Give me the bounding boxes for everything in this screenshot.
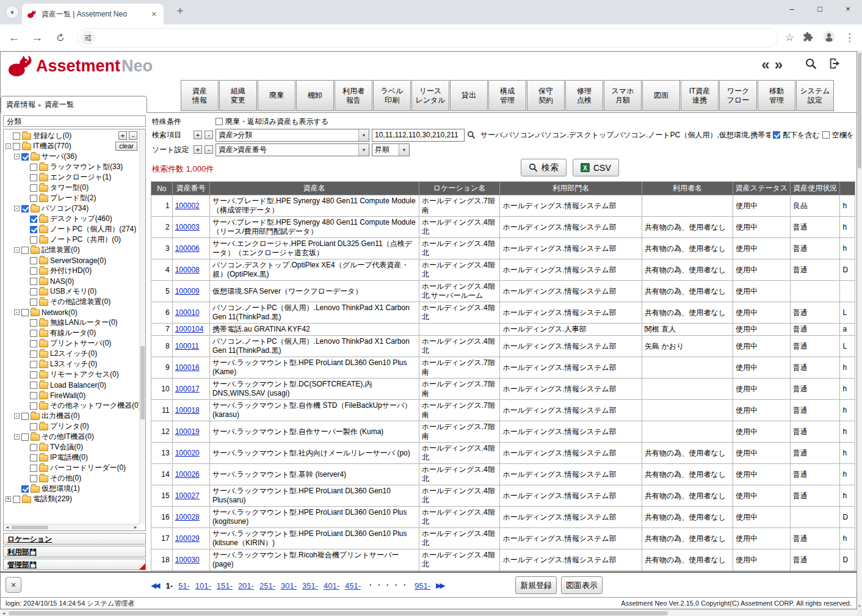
tree-item-label[interactable]: TV会議(0): [50, 442, 83, 452]
tree-horizontal-scrollbar[interactable]: ◄ ►: [4, 524, 139, 531]
nav-button[interactable]: 移動管理: [758, 80, 795, 111]
page-link[interactable]: 201-: [238, 581, 254, 590]
add-sort-condition-button[interactable]: +: [194, 145, 202, 154]
tree-item-label[interactable]: ノートPC（個人用）(274): [50, 224, 136, 234]
logout-icon[interactable]: [828, 57, 842, 73]
page-link[interactable]: 151-: [217, 581, 233, 590]
tree-checkbox[interactable]: [30, 174, 37, 181]
add-search-condition-button[interactable]: +: [194, 131, 202, 139]
tree-item-label[interactable]: L2スイッチ(0): [50, 349, 97, 359]
asset-number-link[interactable]: 100016: [175, 363, 200, 372]
tree-checkbox[interactable]: [30, 392, 37, 399]
tree-item[interactable]: 有線ルータ(0): [4, 328, 145, 338]
tree-item[interactable]: USBメモリ(0): [4, 286, 145, 297]
extensions-icon[interactable]: [803, 31, 814, 45]
csv-export-button[interactable]: X CSV: [573, 159, 619, 176]
include-blank-checkbox[interactable]: [822, 131, 830, 139]
nav-button[interactable]: 組織変更: [219, 80, 257, 111]
tree-item-label[interactable]: その他ネットワーク機器(0): [50, 400, 141, 411]
tree-item[interactable]: 外付けHD(0): [4, 266, 145, 276]
scrollbar-thumb[interactable]: [12, 526, 48, 529]
tree-item[interactable]: その他(0): [4, 473, 145, 484]
collapse-icon[interactable]: -: [14, 413, 20, 419]
expand-icon[interactable]: +: [5, 496, 11, 502]
asset-number-link[interactable]: 100019: [175, 427, 200, 436]
nav-button[interactable]: IT資産連携: [681, 80, 719, 111]
asset-number-link[interactable]: 1000104: [175, 325, 204, 333]
tree-checkbox[interactable]: [30, 319, 37, 327]
nav-button[interactable]: ワークフロー: [719, 80, 757, 111]
page-link[interactable]: 951-: [415, 581, 430, 590]
nav-button[interactable]: 図面: [642, 80, 680, 111]
tree-item-label[interactable]: FireWall(0): [50, 391, 85, 400]
tree-item[interactable]: -Network(0): [4, 307, 145, 317]
tree-item-label[interactable]: その他(0): [50, 473, 81, 484]
tree-item[interactable]: その他記憶装置(0): [4, 297, 145, 307]
include-children-checkbox[interactable]: [773, 131, 780, 139]
asset-number-link[interactable]: 100028: [175, 513, 200, 521]
window-close-button[interactable]: ×: [834, 0, 862, 20]
sidebar-accordion[interactable]: 管理部門: [3, 559, 146, 570]
scrollbar-thumb[interactable]: [140, 346, 145, 419]
page-link[interactable]: 51-: [178, 581, 190, 590]
tree-checkbox[interactable]: [30, 216, 37, 223]
tree-checkbox[interactable]: [30, 288, 37, 295]
asset-number-link[interactable]: 100008: [175, 266, 200, 274]
page-link[interactable]: 401-: [324, 581, 339, 590]
asset-number-link[interactable]: 100011: [175, 342, 199, 350]
tree-item[interactable]: 無線LANルーター(0): [4, 317, 145, 328]
nav-button[interactable]: 利用者報告: [335, 80, 372, 111]
scrollbar-thumb[interactable]: [858, 53, 861, 168]
nav-button[interactable]: 資産情報: [181, 80, 219, 111]
tree-collapse-all-button[interactable]: -: [129, 131, 137, 140]
tree-item[interactable]: ノートPC（個人用）(274): [4, 224, 145, 234]
tab-search-icon[interactable]: ▾: [5, 5, 19, 19]
tree-checkbox[interactable]: [30, 361, 37, 368]
tree-item[interactable]: ラックマウント型(33): [4, 162, 145, 172]
nav-button[interactable]: 保守契約: [527, 80, 565, 111]
sidebar-accordion[interactable]: 利用部門: [3, 546, 146, 557]
tree-item-label[interactable]: 無線LANルーター(0): [50, 317, 118, 328]
tree-item-label[interactable]: NAS(0): [50, 277, 74, 286]
lookup-search-icon[interactable]: [467, 131, 476, 139]
tree-checkbox[interactable]: [30, 195, 37, 202]
collapse-left-icon[interactable]: «: [761, 57, 769, 72]
app-logo[interactable]: AssetmentNeo: [7, 54, 153, 78]
tree-item-label[interactable]: プリントサーバ(0): [50, 338, 111, 349]
tree-item[interactable]: FireWall(0): [4, 390, 145, 400]
tree-clear-button[interactable]: clear: [115, 142, 137, 151]
scroll-left-icon[interactable]: ◄: [0, 610, 7, 616]
collapse-icon[interactable]: -: [14, 206, 20, 211]
asset-number-link[interactable]: 100018: [175, 406, 200, 415]
nav-button[interactable]: リースレンタル: [411, 80, 449, 111]
tree-item-label[interactable]: 登録なし(0): [33, 131, 71, 141]
tree-item-label[interactable]: サーバ(36): [42, 151, 77, 162]
vertical-scrollbar[interactable]: ▼: [857, 51, 862, 609]
tree-item[interactable]: TV会議(0): [4, 442, 145, 452]
tree-checkbox[interactable]: [21, 309, 29, 316]
new-tab-button[interactable]: +: [172, 4, 188, 20]
asset-number-link[interactable]: 100006: [175, 244, 200, 253]
sidebar-accordion[interactable]: ロケーション: [3, 533, 146, 545]
tree-checkbox[interactable]: [30, 236, 37, 244]
tree-checkbox[interactable]: [30, 184, 37, 192]
asset-number-link[interactable]: 100017: [175, 385, 200, 393]
tree-item-label[interactable]: 有線ルータ(0): [50, 328, 96, 338]
tree-item-label[interactable]: 記憶装置(0): [42, 245, 80, 255]
collapse-right-icon[interactable]: »: [775, 57, 783, 72]
tree-item-label[interactable]: タワー型(0): [50, 183, 89, 193]
tree-checkbox[interactable]: [21, 205, 29, 212]
forward-icon[interactable]: →: [28, 29, 46, 47]
sort-field-select[interactable]: 資産>資産番号 ▼: [215, 143, 369, 156]
tree-item-label[interactable]: USBメモリ(0): [50, 286, 96, 297]
tree-item-label[interactable]: IP電話機(0): [50, 452, 88, 463]
tree-item[interactable]: IP電話機(0): [4, 452, 145, 463]
bookmark-star-icon[interactable]: ☆: [785, 31, 794, 44]
tree-item[interactable]: -サーバ(36): [4, 151, 145, 162]
search-value-input[interactable]: [372, 129, 465, 142]
tree-item-label[interactable]: L3スイッチ(0): [50, 359, 97, 369]
tree-checkbox[interactable]: [21, 433, 29, 441]
scroll-right-icon[interactable]: ►: [132, 524, 139, 531]
tree-checkbox[interactable]: [30, 257, 37, 264]
include-children-label[interactable]: 配下を含む: [783, 130, 820, 140]
